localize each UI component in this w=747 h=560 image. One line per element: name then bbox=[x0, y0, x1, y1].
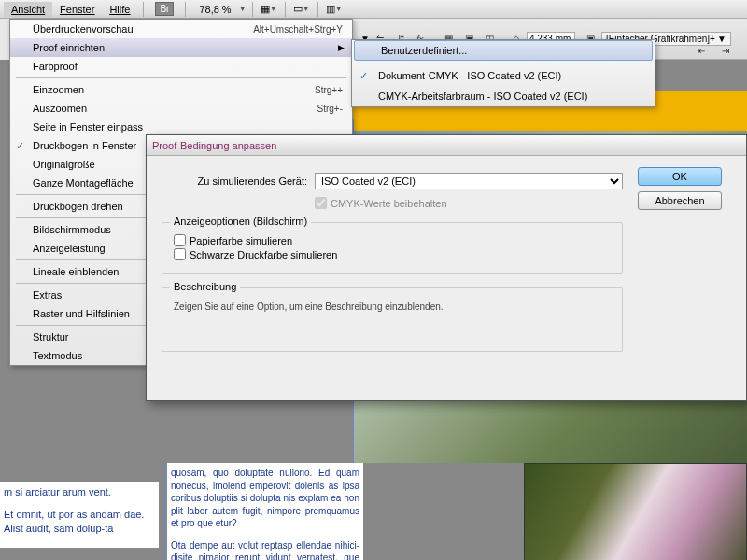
display-options-group: Anzeigeoptionen (Bildschirm) Papierfarbe… bbox=[162, 222, 623, 274]
placed-image-2[interactable] bbox=[524, 463, 747, 560]
chevron-down-icon[interactable]: ▼ bbox=[239, 5, 247, 13]
column-guide-1 bbox=[164, 463, 165, 560]
menu-overprint-preview[interactable]: Überdruckenvorschau Alt+Umschalt+Strg+Y bbox=[10, 20, 352, 38]
ok-button[interactable]: OK bbox=[638, 167, 722, 186]
submenu-document-cmyk[interactable]: ✓ Dokument-CMYK - ISO Coated v2 (ECI) bbox=[352, 65, 655, 86]
bridge-badge[interactable]: Br bbox=[155, 2, 174, 16]
text-frame-2[interactable]: quosam, quo doluptate nullorio. Ed quam … bbox=[167, 463, 363, 560]
paper-color-checkbox[interactable] bbox=[174, 234, 186, 246]
text-frame-1[interactable]: m si arciatur arum vent. Et omnit, ut po… bbox=[0, 482, 159, 548]
go-next-icon[interactable]: ⇥ bbox=[718, 43, 733, 58]
black-ink-checkbox[interactable] bbox=[174, 248, 186, 260]
proof-setup-submenu: Benutzerdefiniert... ✓ Dokument-CMYK - I… bbox=[351, 39, 655, 107]
top-menubar: Ansicht Fenster Hilfe Br 78,8 % ▼ ▦▼ ▭▼ … bbox=[0, 0, 747, 19]
check-icon: ✓ bbox=[16, 140, 24, 152]
cmyk-preserve-label: CMYK-Werte beibehalten bbox=[331, 198, 447, 209]
view-options-icon[interactable]: ▭▼ bbox=[293, 2, 310, 17]
cmyk-preserve-checkbox bbox=[315, 197, 327, 209]
menu-hilfe[interactable]: Hilfe bbox=[102, 2, 137, 17]
menu-proof-setup[interactable]: Proof einrichten ▶ bbox=[10, 38, 352, 57]
menu-fenster[interactable]: Fenster bbox=[52, 2, 102, 17]
go-prev-icon[interactable]: ⇤ bbox=[694, 43, 709, 58]
submenu-arrow-icon: ▶ bbox=[338, 43, 345, 52]
black-ink-label: Schwarze Druckfarbe simulieren bbox=[190, 249, 337, 260]
display-options-title: Anzeigeoptionen (Bildschirm) bbox=[170, 216, 311, 227]
proof-condition-dialog: Proof-Bedingung anpassen Zu simulierende… bbox=[146, 134, 747, 401]
cancel-button[interactable]: Abbrechen bbox=[638, 191, 722, 210]
zoom-level[interactable]: 78,8 % bbox=[199, 4, 231, 15]
check-icon: ✓ bbox=[359, 70, 368, 82]
menu-zoom-out[interactable]: Auszoomen Strg+- bbox=[10, 99, 352, 118]
menu-ansicht[interactable]: Ansicht bbox=[4, 2, 52, 17]
description-group: Beschreibung Zeigen Sie auf eine Option,… bbox=[162, 287, 623, 352]
menu-zoom-in[interactable]: Einzoomen Strg++ bbox=[10, 80, 352, 99]
description-text: Zeigen Sie auf eine Option, um eine Besc… bbox=[174, 301, 611, 312]
device-select[interactable]: ISO Coated v2 (ECI) bbox=[315, 173, 623, 189]
paper-color-label: Papierfarbe simulieren bbox=[190, 235, 292, 246]
dialog-title: Proof-Bedingung anpassen bbox=[152, 140, 276, 151]
screen-mode-icon[interactable]: ▦▼ bbox=[261, 2, 277, 17]
menu-proof-colors[interactable]: Farbproof bbox=[10, 57, 352, 76]
description-title: Beschreibung bbox=[170, 281, 240, 292]
dialog-titlebar[interactable]: Proof-Bedingung anpassen bbox=[147, 135, 746, 156]
submenu-working-cmyk[interactable]: CMYK-Arbeitsfarbraum - ISO Coated v2 (EC… bbox=[352, 86, 655, 106]
submenu-custom[interactable]: Benutzerdefiniert... bbox=[354, 40, 653, 61]
menu-fit-page[interactable]: Seite in Fenster einpass bbox=[10, 118, 352, 136]
arrange-icon[interactable]: ▥▼ bbox=[326, 2, 343, 17]
device-label: Zu simulierendes Gerät: bbox=[162, 175, 307, 187]
